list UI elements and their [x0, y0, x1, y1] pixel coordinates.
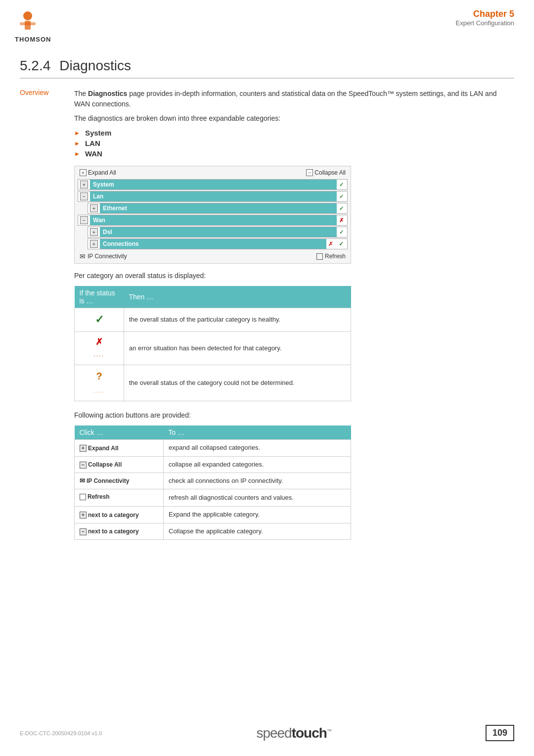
minus-icon: − — [80, 462, 87, 469]
action-table-header-row: Click … To … — [75, 425, 351, 440]
lan-status-icon: ✓ — [337, 192, 346, 201]
table-row: − next to a category Collapse the applic… — [75, 523, 351, 539]
status-table-header-row: If the status is … Then … — [75, 286, 351, 308]
status-col1-header: If the status is … — [75, 286, 124, 308]
action-plus-next-cell: + next to a category — [75, 507, 164, 523]
status-table: If the status is … Then … ✓ the overall … — [74, 286, 351, 401]
overview-content: The Diagnostics page provides in-depth i… — [74, 89, 514, 540]
tree-row-lan[interactable]: − Lan ✓ — [78, 191, 348, 202]
page-number: 109 — [486, 725, 514, 741]
thomson-logo-icon — [15, 9, 41, 35]
svg-rect-3 — [20, 22, 36, 25]
envelope-icon: ✉ — [80, 476, 85, 485]
plus-next-label: next to a category — [88, 511, 139, 520]
table-row: ?···· the overall status of the category… — [75, 365, 351, 401]
diagnostics-ui-mockup: + Expand All − Collapse All + System ✓ − — [74, 166, 351, 264]
category-system: System — [85, 129, 111, 137]
envelope-icon: ✉ — [80, 252, 86, 260]
cross-icon: ✗···· — [94, 337, 104, 359]
connections-ok-icon: ✓ — [337, 239, 346, 248]
chapter-info: Chapter 5 Expert Configuration — [455, 9, 514, 27]
table-row: + Expand All expand all collapsed catego… — [75, 440, 351, 456]
tree-row-system[interactable]: + System ✓ — [78, 179, 348, 190]
connections-label: Connections — [100, 239, 326, 249]
collapse-icon: − — [306, 169, 313, 176]
section-title: Diagnostics — [59, 58, 131, 73]
action-minus-next-cell: − next to a category — [75, 523, 164, 539]
action-ip-conn-cell: ✉ IP Connectivity — [75, 472, 164, 489]
status-desc-healthy: the overall status of the particular cat… — [124, 308, 351, 332]
system-label: System — [90, 180, 337, 189]
action-expand-all-desc: expand all collapsed categories. — [164, 440, 351, 456]
action-minus-next-desc: Collapse the applicable category. — [164, 523, 351, 539]
action-expand-all-cell: + Expand All — [75, 440, 164, 456]
ip-connectivity-button[interactable]: ✉ IP Connectivity — [80, 252, 127, 260]
collapse-all-btn-label: Collapse All — [88, 461, 122, 469]
collapse-all-inline-btn: − Collapse All — [80, 461, 122, 469]
status-col2-header: Then … — [124, 286, 351, 308]
page-header: THOMSON Chapter 5 Expert Configuration — [0, 0, 534, 43]
table-row: Refresh refresh all diagnostical counter… — [75, 489, 351, 507]
refresh-square-icon — [316, 253, 323, 260]
categories-label: The diagnostics are broken down into thr… — [74, 113, 514, 124]
following-action-label: Following action buttons are provided: — [74, 410, 514, 421]
refresh-button[interactable]: Refresh — [316, 253, 346, 260]
connections-expand-btn[interactable]: + — [90, 240, 98, 248]
svg-point-1 — [23, 11, 32, 20]
intro-text: The Diagnostics page provides in-depth i… — [74, 89, 514, 109]
table-row: ✉ IP Connectivity check all connections … — [75, 472, 351, 489]
chapter-title: Chapter 5 — [455, 9, 514, 19]
refresh-btn-label: Refresh — [88, 493, 110, 501]
list-item: ► System — [74, 129, 514, 137]
wan-expand-btn[interactable]: − — [80, 216, 88, 224]
ethernet-expand-btn[interactable]: + — [90, 204, 98, 212]
plus-category-icon: + — [80, 512, 87, 519]
tree-row-connections[interactable]: + Connections ✗ ✓ — [88, 238, 348, 249]
arrow-icon: ► — [74, 130, 80, 137]
arrow-icon: ► — [74, 140, 80, 147]
minus-next-label: next to a category — [88, 527, 139, 536]
action-plus-next-desc: Expand the applicable category. — [164, 507, 351, 523]
status-desc-unknown: the overall status of the category could… — [124, 365, 351, 401]
status-desc-error: an error situation has been detected for… — [124, 331, 351, 365]
ethernet-label: Ethernet — [100, 203, 337, 213]
brand-logo: speedtouch™ — [256, 725, 331, 741]
minus-category-icon: − — [80, 528, 87, 535]
diag-toolbar: + Expand All − Collapse All — [78, 169, 348, 176]
system-expand-btn[interactable]: + — [80, 181, 88, 189]
expand-all-button[interactable]: + Expand All — [80, 169, 116, 176]
square-icon — [80, 494, 86, 500]
ip-connectivity-label: IP Connectivity — [88, 253, 127, 260]
lan-expand-btn[interactable]: − — [80, 192, 88, 200]
main-content: 5.2.4Diagnostics Overview The Diagnostic… — [0, 43, 534, 560]
minus-next-inline-btn: − next to a category — [80, 527, 139, 536]
ip-connectivity-inline-btn: ✉ IP Connectivity — [80, 476, 129, 485]
question-icon: ?···· — [94, 371, 104, 395]
dsl-expand-btn[interactable]: + — [90, 228, 98, 236]
dsl-status-icon: ✓ — [337, 228, 346, 236]
plus-icon: + — [80, 445, 87, 452]
action-refresh-desc: refresh all diagnostical counters and va… — [164, 489, 351, 507]
collapse-all-button[interactable]: − Collapse All — [306, 169, 346, 176]
status-icon-question-cell: ?···· — [75, 365, 124, 401]
diagnostics-bold: Diagnostics — [88, 90, 127, 97]
list-item: ► LAN — [74, 139, 514, 147]
action-collapse-all-cell: − Collapse All — [75, 456, 164, 472]
tree-row-ethernet[interactable]: + Ethernet ✓ — [88, 203, 348, 214]
expand-all-inline-btn: + Expand All — [80, 444, 119, 453]
brand-bold: touch — [292, 725, 327, 741]
list-item: ► WAN — [74, 149, 514, 158]
connections-status-icon: ✗ — [326, 239, 335, 248]
page-footer: E-DOC-CTC-20050429-0104 v1.0 speedtouch™… — [0, 725, 534, 741]
tree-row-wan[interactable]: − Wan ✗ — [78, 215, 348, 226]
dsl-label: Dsl — [100, 227, 337, 237]
section-number: 5.2.4 — [20, 58, 50, 73]
collapse-all-label: Collapse All — [314, 169, 346, 176]
tree-row-dsl[interactable]: + Dsl ✓ — [88, 227, 348, 237]
action-ip-conn-desc: check all connections on IP connectivity… — [164, 472, 351, 489]
checkmark-icon: ✓ — [95, 313, 104, 326]
expand-all-label: Expand All — [88, 169, 116, 176]
ip-connectivity-btn-label: IP Connectivity — [87, 477, 129, 485]
category-lan: LAN — [85, 139, 100, 147]
wan-status-icon: ✗ — [337, 216, 346, 225]
